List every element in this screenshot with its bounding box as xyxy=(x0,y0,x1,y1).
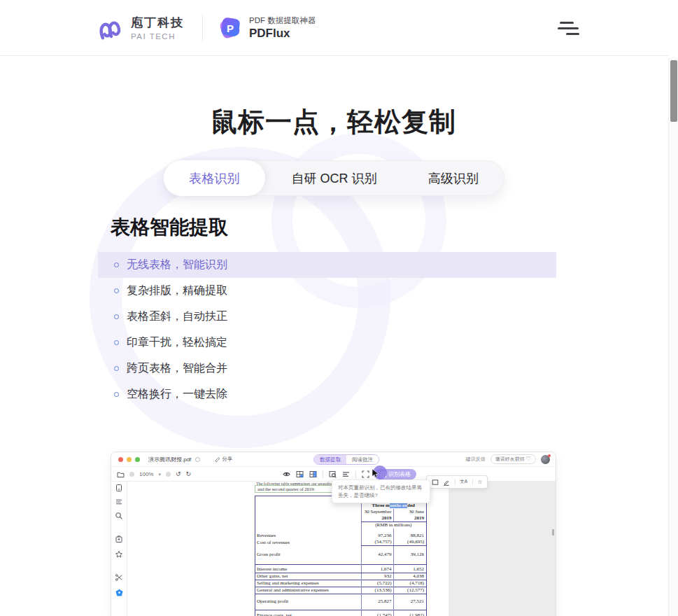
table-row: Interest income 1,674 1,652 xyxy=(255,565,427,573)
product-tagline: PDF 数据提取神器 xyxy=(249,15,316,26)
menu-icon[interactable] xyxy=(558,22,583,37)
table-header-row: (RMB in millions) xyxy=(255,522,427,529)
header-col1-year: 2019 xyxy=(361,515,394,522)
tooltip-line2: 丢失，是否继续? xyxy=(338,491,424,499)
demo-titlebar: 演示腾讯财报.pdf 分享 数据提取 阅读批注 建议反馈 邀请好友获得 ♡ xyxy=(111,452,556,467)
financial-table[interactable]: Unaudited Three months ended 30 Septembe… xyxy=(255,496,427,616)
feedback-link[interactable]: 建议反馈 xyxy=(466,456,486,463)
close-window-icon xyxy=(118,457,123,462)
table-row: Operating profit 25,827 27,521 xyxy=(255,594,427,610)
select-column-icon[interactable] xyxy=(309,470,317,478)
select-table-icon[interactable] xyxy=(296,470,304,478)
zoom-in-icon[interactable] xyxy=(166,472,171,477)
highlighter-pen-icon[interactable] xyxy=(443,479,450,486)
file-info-icon[interactable] xyxy=(195,457,200,462)
table-row: General and administrative expenses (13,… xyxy=(255,587,427,594)
toolbar-divider xyxy=(455,479,455,485)
tooltip-line1: 对本页重新识别，已有的修改结果将 xyxy=(338,484,424,491)
demo-screenshot-window: 演示腾讯财报.pdf 分享 数据提取 阅读批注 建议反馈 邀请好友获得 ♡ xyxy=(111,451,556,616)
header-period: Three months ended xyxy=(361,503,426,509)
save-extract-icon[interactable] xyxy=(115,535,123,543)
snip-tool-icon[interactable] xyxy=(115,573,123,582)
table-row: Cost of revenues (54,757) (49,695) xyxy=(255,539,427,546)
zoom-out-icon[interactable] xyxy=(129,472,134,477)
invite-friends-button[interactable]: 邀请好友获得 ♡ xyxy=(490,454,536,464)
mode-switch: 数据提取 阅读批注 xyxy=(313,454,379,465)
floating-annotation-toolbar: 文A ☆ xyxy=(426,475,488,489)
site-header: 庖丁科技 PAI TECH P PDF 数据提取神器 PDFlux xyxy=(0,0,668,56)
feature-item-space-linebreak[interactable]: 空格换行，一键去除 xyxy=(98,382,556,407)
mode-read-annotate[interactable]: 阅读批注 xyxy=(346,455,379,464)
table-row: Other gains, net 932 4,038 xyxy=(255,573,427,580)
document-gutter xyxy=(449,482,556,616)
feature-item-cross-page-table[interactable]: 跨页表格，智能合并 xyxy=(98,356,556,382)
table-row: Gross profit 42,479 39,126 xyxy=(255,546,427,565)
bullet-icon xyxy=(114,288,119,293)
table-row: Revenues 97,236 88,821 xyxy=(255,528,427,539)
page-scrollbar[interactable] xyxy=(668,57,678,616)
feature-item-seal-interference[interactable]: 印章干扰，轻松搞定 xyxy=(98,330,556,356)
avatar[interactable] xyxy=(541,455,550,464)
company-tagline: PAI TECH xyxy=(131,32,184,41)
table-grid-icon xyxy=(381,472,386,477)
header-unit: (RMB in millions) xyxy=(361,522,426,529)
rotate-left-icon[interactable]: ↺ xyxy=(176,471,181,477)
product-logo[interactable]: P PDF 数据提取神器 PDFlux xyxy=(218,15,316,41)
tab-advanced-recognition[interactable]: 高级识别 xyxy=(403,160,503,196)
share-button[interactable]: 分享 xyxy=(214,456,232,463)
outline-list-icon[interactable] xyxy=(115,498,123,506)
chevron-down-icon[interactable]: ▾ xyxy=(158,472,161,477)
link-icon xyxy=(214,456,220,462)
page-thumbnails-icon[interactable] xyxy=(115,484,123,492)
area-select-icon[interactable] xyxy=(432,479,439,486)
company-logo[interactable]: 庖丁科技 PAI TECH xyxy=(94,15,184,41)
feature-item-borderless-table[interactable]: 无线表格，智能识别 xyxy=(98,252,556,278)
table-header-row: 30 September 30 June xyxy=(255,509,427,515)
demo-sidebar xyxy=(111,482,127,616)
fullscreen-icon[interactable] xyxy=(362,470,369,478)
star-icon[interactable]: ☆ xyxy=(477,479,482,485)
maximize-window-icon xyxy=(135,457,140,462)
feature-item-skewed-table[interactable]: 表格歪斜，自动扶正 xyxy=(98,304,556,330)
bullet-icon xyxy=(114,340,119,345)
pdflux-p-glyph: P xyxy=(218,17,242,41)
window-traffic-lights[interactable] xyxy=(118,457,140,462)
minimize-window-icon xyxy=(127,457,132,462)
favorite-star-icon[interactable] xyxy=(115,550,123,559)
table-row: Finance costs, net (1,747) (1,982) xyxy=(255,610,427,616)
table-header-row: 2019 2019 xyxy=(255,515,427,522)
company-name: 庖丁科技 xyxy=(131,15,184,31)
document-scrollbar-thumb[interactable] xyxy=(552,529,554,536)
pdflux-app-icon: P xyxy=(218,16,242,40)
header-col1-date: 30 September xyxy=(361,509,394,515)
translate-icon[interactable]: 文A xyxy=(460,479,467,484)
scrollbar-thumb[interactable] xyxy=(670,60,677,122)
bullet-icon xyxy=(114,366,119,371)
table-header-row: Three months ended xyxy=(255,503,427,509)
main-content: 鼠标一点，轻松复制 表格识别 自研 OCR 识别 高级识别 表格智能提取 无线表… xyxy=(111,56,556,616)
text-lines-icon[interactable] xyxy=(342,470,350,478)
hero-title: 鼠标一点，轻松复制 xyxy=(111,105,556,139)
bullet-icon xyxy=(114,392,119,397)
blue-selection-highlight: onths en xyxy=(390,503,407,508)
search-in-table-icon[interactable] xyxy=(329,470,337,478)
header-divider xyxy=(202,15,203,41)
tab-table-recognition[interactable]: 表格识别 xyxy=(164,160,265,196)
rotate-right-icon[interactable]: ↻ xyxy=(186,471,192,477)
bullet-icon xyxy=(114,314,119,319)
zoom-level: 100% xyxy=(139,471,153,477)
eye-preview-icon[interactable] xyxy=(283,470,290,478)
mode-data-extract[interactable]: 数据提取 xyxy=(314,455,346,464)
toolbar-divider xyxy=(323,471,323,478)
bullet-icon xyxy=(114,262,119,267)
feature-list: 无线表格，智能识别 复杂排版，精确提取 表格歪斜，自动扶正 印章干扰，轻松搞定 … xyxy=(111,252,556,407)
paitech-swirl-icon xyxy=(94,15,124,41)
folder-icon[interactable] xyxy=(117,470,125,478)
feature-item-complex-layout[interactable]: 复杂排版，精确提取 xyxy=(98,278,556,304)
section-title: 表格智能提取 xyxy=(111,214,556,241)
premium-badge-icon[interactable] xyxy=(115,589,124,597)
heart-icon: ♡ xyxy=(526,456,531,462)
search-icon[interactable] xyxy=(115,512,123,520)
tab-ocr-recognition[interactable]: 自研 OCR 识别 xyxy=(265,160,403,196)
recognize-table-button[interactable]: 识别表格 xyxy=(375,469,416,479)
